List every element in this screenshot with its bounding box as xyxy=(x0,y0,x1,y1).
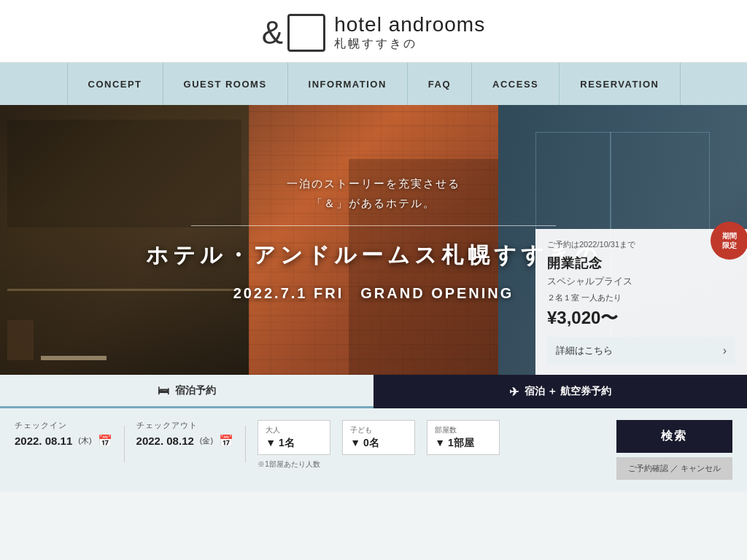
hero-divider xyxy=(191,225,556,226)
nav-reservation[interactable]: RESERVATION xyxy=(560,63,680,105)
checkin-day: (木) xyxy=(78,435,91,446)
bed-icon: 🛏 xyxy=(158,384,169,397)
checkout-value: 2022. 08.12 (金) 📅 xyxy=(136,434,234,448)
logo-location: 札幌すすきの xyxy=(334,36,485,52)
checkin-date: 2022. 08.11 xyxy=(15,435,72,447)
checkout-group: チェックアウト 2022. 08.12 (金) 📅 xyxy=(136,420,234,448)
adult-value: ▼ 1名 xyxy=(266,437,322,450)
rooms-value: ▼ 1部屋 xyxy=(435,437,492,450)
header: & hotel androoms 札幌すすきの xyxy=(0,0,747,63)
booking-form: チェックイン 2022. 08.11 (木) 📅 チェックアウト 2022. 0… xyxy=(0,408,747,491)
tab-stay[interactable]: 🛏 宿泊予約 xyxy=(0,375,374,408)
checkin-label: チェックイン xyxy=(15,420,112,431)
adult-group: 大人 ▼ 1名 ※1部屋あたり人数 xyxy=(258,420,330,470)
logo-area: & hotel androoms 札幌すすきの xyxy=(262,13,485,52)
child-label: 子ども xyxy=(350,425,407,435)
tab-stay-label: 宿泊予約 xyxy=(175,384,216,397)
form-actions: 検索 ご予約確認 ／ キャンセル xyxy=(616,420,732,480)
booking-tabs: 🛏 宿泊予約 ✈ 宿泊 ＋ 航空券予約 xyxy=(0,375,747,408)
hero-opening: 2022.7.1 FRI GRAND OPENING xyxy=(233,284,514,303)
tab-flight[interactable]: ✈ 宿泊 ＋ 航空券予約 xyxy=(374,375,747,408)
special-offer-link-label: 詳細はこちら xyxy=(556,344,613,357)
form-divider-2 xyxy=(245,426,246,462)
logo-ampersand: & xyxy=(262,17,283,49)
nav-information[interactable]: INFORMATION xyxy=(288,63,408,105)
special-offer-subtitle: スペシャルプライス xyxy=(547,275,735,288)
child-value: ▼ 0名 xyxy=(350,437,407,450)
nav-concept[interactable]: CONCEPT xyxy=(67,63,163,105)
per-room-note: ※1部屋あたり人数 xyxy=(258,459,330,470)
special-offer-desc: ２名１室 一人あたり xyxy=(547,292,735,303)
special-offer-title: 開業記念 xyxy=(547,254,735,272)
special-offer-link[interactable]: 詳細はこちら › xyxy=(547,337,735,365)
special-offer-link-arrow: › xyxy=(723,344,727,357)
hero-title: ホテル・アンドルームス札幌すすきの xyxy=(146,241,602,271)
hero-section: 一泊のストーリーを充実させる 「＆」があるホテル。 ホテル・アンドルームス札幌す… xyxy=(0,105,747,375)
logo-box xyxy=(287,14,325,52)
logo-icon: & xyxy=(262,14,325,52)
child-select[interactable]: 子ども ▼ 0名 xyxy=(342,420,415,455)
form-divider-1 xyxy=(124,426,125,462)
adult-select[interactable]: 大人 ▼ 1名 xyxy=(258,420,330,455)
logo-hotel-name: hotel androoms xyxy=(334,13,485,36)
adult-label: 大人 xyxy=(266,425,322,435)
plane-icon: ✈ xyxy=(509,385,519,399)
special-offer-period: ご予約は2022/10/31まで xyxy=(547,239,735,250)
search-button[interactable]: 検索 xyxy=(616,420,732,453)
checkout-calendar-icon[interactable]: 📅 xyxy=(219,434,233,448)
child-group: 子ども ▼ 0名 xyxy=(342,420,415,455)
special-offer-panel: 期間限定 ご予約は2022/10/31まで 開業記念 スペシャルプライス ２名１… xyxy=(535,229,747,375)
main-nav: CONCEPT GUEST ROOMS INFORMATION FAQ ACCE… xyxy=(0,63,747,105)
rooms-label: 部屋数 xyxy=(435,425,492,435)
hero-catchphrase: 「＆」があるホテル。 xyxy=(311,197,436,211)
tab-flight-label: 宿泊 ＋ 航空券予約 xyxy=(525,385,612,398)
rooms-select[interactable]: 部屋数 ▼ 1部屋 xyxy=(427,420,500,455)
badge-text: 期間限定 xyxy=(722,231,737,250)
checkin-group: チェックイン 2022. 08.11 (木) 📅 xyxy=(15,420,112,448)
checkin-calendar-icon[interactable]: 📅 xyxy=(98,434,112,448)
checkin-value: 2022. 08.11 (木) 📅 xyxy=(15,434,112,448)
special-offer-price: ¥3,020〜 xyxy=(547,306,735,330)
cancel-button[interactable]: ご予約確認 ／ キャンセル xyxy=(616,457,732,480)
checkout-day: (金) xyxy=(200,435,213,446)
logo-text: hotel androoms 札幌すすきの xyxy=(334,13,485,52)
special-offer-badge: 期間限定 xyxy=(711,222,747,260)
hero-subtitle: 一泊のストーリーを充実させる xyxy=(287,177,460,191)
checkout-date: 2022. 08.12 xyxy=(136,435,194,447)
nav-faq[interactable]: FAQ xyxy=(408,63,472,105)
nav-access[interactable]: ACCESS xyxy=(472,63,560,105)
nav-guest-rooms[interactable]: GUEST ROOMS xyxy=(163,63,288,105)
checkout-label: チェックアウト xyxy=(136,420,234,431)
rooms-group: 部屋数 ▼ 1部屋 xyxy=(427,420,500,455)
